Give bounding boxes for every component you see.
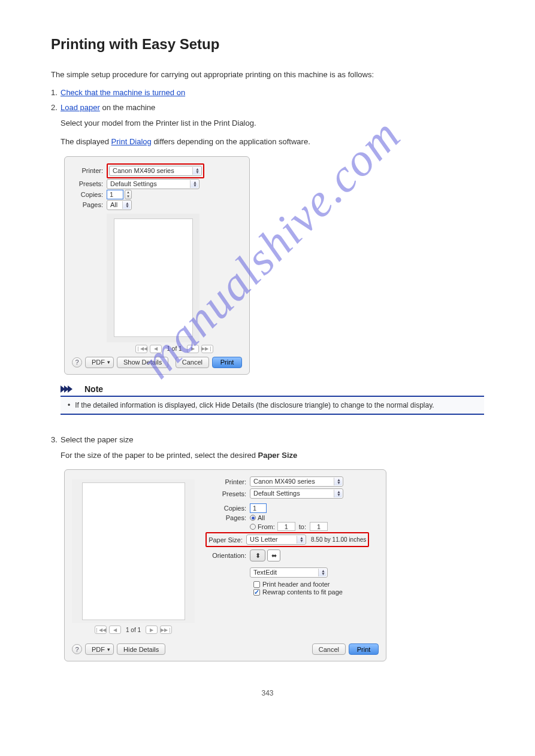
pager-first[interactable]: ❘◀◀ bbox=[95, 626, 107, 634]
step-detail: Select your model from the Printer list … bbox=[61, 118, 484, 129]
pager-label: 1 of 1 bbox=[167, 345, 182, 352]
help-button[interactable]: ? bbox=[72, 357, 82, 368]
presets-value: Default Settings bbox=[253, 489, 300, 498]
page-number: 343 bbox=[261, 689, 273, 697]
pager-next[interactable]: ▶ bbox=[187, 345, 199, 353]
label-printer: Printer: bbox=[205, 478, 250, 485]
label-pages: Pages: bbox=[205, 514, 250, 521]
intro-text: The simple setup procedure for carrying … bbox=[51, 69, 484, 81]
hide-details-button[interactable]: Hide Details bbox=[117, 643, 165, 655]
pages-value: All bbox=[110, 201, 117, 210]
label-copies: Copies: bbox=[72, 191, 107, 198]
preview-area-large bbox=[72, 479, 195, 623]
printer-dropdown[interactable]: Canon MX490 series ▲▼ bbox=[109, 166, 202, 176]
presets-dropdown[interactable]: Default Settings ▲▼ bbox=[250, 488, 343, 499]
link-print-dialog[interactable]: Print Dialog bbox=[111, 137, 152, 146]
step-number: 1. bbox=[51, 88, 61, 97]
copies-input[interactable]: 1 bbox=[250, 503, 267, 513]
printer-value: Canon MX490 series bbox=[253, 477, 315, 486]
checkbox-header-footer-label: Print header and footer bbox=[262, 581, 330, 588]
link-paper-load[interactable]: Check that the machine is turned on bbox=[61, 88, 185, 97]
radio-from-label: From: bbox=[258, 523, 275, 530]
orientation-portrait[interactable]: ⬍ bbox=[250, 549, 265, 561]
step-text: Select the paper size bbox=[61, 435, 133, 444]
note-box: If the detailed information is displayed… bbox=[61, 396, 484, 415]
print-dialog-expanded: ❘◀◀ ◀ 1 of 1 ▶ ▶▶❘ Printer: Canon MX490 … bbox=[64, 469, 386, 661]
step-note: The displayed Print Dialog differs depen… bbox=[61, 136, 484, 148]
pager-first[interactable]: ❘◀◀ bbox=[135, 345, 147, 353]
preview-page bbox=[114, 218, 193, 337]
paper-size-dropdown[interactable]: US Letter ▲▼ bbox=[246, 535, 306, 545]
pager-next[interactable]: ▶ bbox=[146, 626, 158, 634]
step-detail: For the size of the paper to be printed,… bbox=[61, 450, 484, 462]
app-value: TextEdit bbox=[253, 568, 277, 577]
paper-dimensions: 8.50 by 11.00 inches bbox=[311, 536, 366, 543]
pager-label: 1 of 1 bbox=[126, 627, 141, 633]
paper-value: US Letter bbox=[250, 535, 277, 544]
printer-dropdown[interactable]: Canon MX490 series ▲▼ bbox=[250, 476, 343, 487]
app-options-dropdown[interactable]: TextEdit ▲▼ bbox=[250, 567, 328, 578]
label-paper-size: Paper Size: bbox=[208, 536, 246, 544]
pager-last[interactable]: ▶▶❘ bbox=[201, 345, 213, 353]
copies-input[interactable]: 1 bbox=[107, 190, 123, 199]
note-label: Note bbox=[84, 384, 103, 394]
from-input[interactable]: 1 bbox=[277, 522, 295, 531]
radio-all[interactable] bbox=[250, 515, 256, 521]
label-pages: Pages: bbox=[72, 201, 107, 208]
radio-all-label: All bbox=[258, 514, 265, 521]
step-number: 2. bbox=[51, 103, 61, 429]
print-button[interactable]: Print bbox=[349, 643, 379, 655]
checkbox-rewrap[interactable] bbox=[253, 589, 260, 596]
note-chevrons-icon bbox=[61, 384, 81, 394]
presets-value: Default Settings bbox=[110, 180, 157, 189]
pager-prev[interactable]: ◀ bbox=[150, 345, 162, 353]
pdf-button[interactable]: PDF bbox=[85, 357, 114, 368]
label-copies: Copies: bbox=[205, 505, 250, 512]
label-orientation: Orientation: bbox=[205, 552, 250, 559]
cancel-button[interactable]: Cancel bbox=[176, 357, 209, 368]
note-bullet: If the detailed information is displayed… bbox=[68, 401, 477, 409]
presets-dropdown[interactable]: Default Settings ▲▼ bbox=[107, 179, 200, 189]
checkbox-header-footer[interactable] bbox=[253, 581, 260, 588]
print-button[interactable]: Print bbox=[212, 357, 242, 368]
step-text: on the machine bbox=[102, 103, 155, 112]
copies-stepper[interactable]: ▲▼ bbox=[125, 190, 132, 199]
label-presets: Presets: bbox=[205, 490, 250, 497]
print-dialog-compact: Printer: Canon MX490 series ▲▼ Presets: … bbox=[64, 156, 250, 375]
show-details-button[interactable]: Show Details bbox=[117, 357, 168, 368]
to-input[interactable]: 1 bbox=[310, 522, 328, 531]
pager-last[interactable]: ▶▶❘ bbox=[160, 626, 172, 634]
page-title: Printing with Easy Setup bbox=[51, 36, 484, 53]
pdf-button[interactable]: PDF bbox=[85, 643, 114, 655]
label-presets: Presets: bbox=[72, 180, 107, 187]
printer-value: Canon MX490 series bbox=[113, 166, 174, 175]
preview-page-large bbox=[82, 482, 185, 620]
link-model-select[interactable]: Load paper bbox=[61, 103, 100, 112]
pager-prev[interactable]: ◀ bbox=[109, 626, 121, 634]
orientation-landscape[interactable]: ⬌ bbox=[267, 549, 280, 561]
step-number: 3. bbox=[51, 435, 61, 672]
to-label: to: bbox=[299, 523, 306, 530]
pages-dropdown[interactable]: All ▲▼ bbox=[107, 200, 132, 210]
cancel-button[interactable]: Cancel bbox=[312, 643, 346, 655]
checkbox-rewrap-label: Rewrap contents to fit page bbox=[262, 588, 343, 596]
preview-area bbox=[107, 214, 200, 342]
label-printer: Printer: bbox=[72, 167, 107, 174]
help-button[interactable]: ? bbox=[72, 644, 82, 654]
radio-from[interactable] bbox=[250, 524, 256, 530]
